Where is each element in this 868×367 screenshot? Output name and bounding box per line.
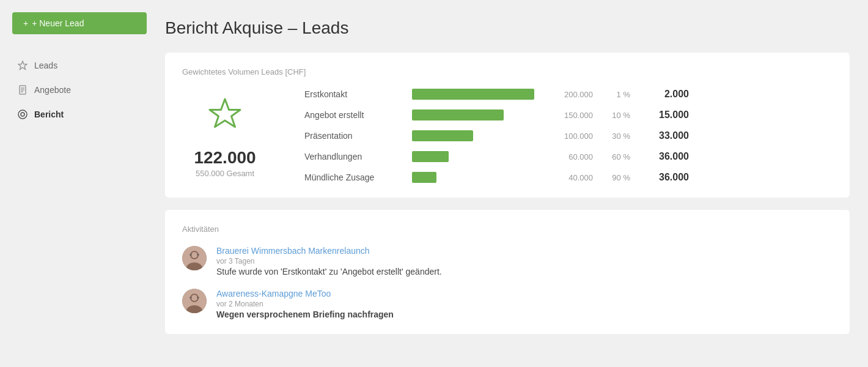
- svg-point-11: [191, 252, 197, 258]
- volume-center: 122.000 550.000 Gesamt: [182, 94, 268, 178]
- sidebar-item-label-bericht: Bericht: [34, 109, 64, 119]
- sidebar-item-angebote[interactable]: Angebote: [5, 78, 154, 102]
- row-weighted-1: 15.000: [640, 109, 689, 120]
- volume-main-value: 122.000: [194, 148, 256, 168]
- volume-card-title: Gewichtetes Volumen Leads [CHF]: [182, 67, 833, 76]
- row-label-4: Mündliche Zusage: [304, 172, 402, 182]
- row-percent-1: 10 %: [603, 111, 630, 120]
- activity-text-0: Stufe wurde von 'Erstkontakt' zu 'Angebo…: [216, 267, 833, 276]
- volume-table: Erstkontakt 200.000 1 % 2.000 Angebot er…: [304, 89, 833, 183]
- bar-container-2: [412, 130, 534, 141]
- row-label-0: Erstkontakt: [304, 89, 402, 99]
- activity-body-1: Awareness-Kamapgne MeToo vor 2 Monaten W…: [216, 289, 833, 319]
- avatar-img-1: [182, 289, 207, 313]
- svg-rect-18: [189, 297, 192, 298]
- leads-icon: [17, 60, 28, 71]
- row-weighted-4: 36.000: [640, 172, 689, 183]
- new-lead-button[interactable]: + + Neuer Lead: [12, 12, 147, 34]
- row-percent-2: 30 %: [603, 132, 630, 141]
- row-label-3: Verhandlungen: [304, 152, 402, 161]
- sidebar-item-bericht[interactable]: Bericht: [5, 103, 154, 126]
- row-amount-1: 150.000: [544, 111, 593, 120]
- svg-rect-19: [197, 297, 199, 298]
- volume-total: 550.000 Gesamt: [196, 169, 254, 178]
- activity-time-0: vor 3 Tagen: [216, 257, 833, 265]
- bar-fill-0: [412, 89, 534, 100]
- activities-card: Aktivitäten Brauerei Wimmersbach Markenr…: [165, 210, 850, 334]
- row-percent-3: 60 %: [603, 152, 630, 161]
- activity-link-0[interactable]: Brauerei Wimmersbach Markenrelaunch: [216, 246, 833, 256]
- main-content: Bericht Akquise – Leads Gewichtetes Volu…: [159, 0, 868, 367]
- row-amount-2: 100.000: [544, 132, 593, 141]
- angebote-icon: [17, 84, 28, 95]
- page-title: Bericht Akquise – Leads: [165, 18, 850, 38]
- bar-container-1: [412, 109, 534, 120]
- new-lead-label: + Neuer Lead: [32, 18, 84, 28]
- svg-point-5: [18, 110, 27, 119]
- svg-point-6: [21, 113, 24, 116]
- svg-point-17: [191, 295, 197, 301]
- bar-fill-3: [412, 151, 449, 162]
- star-icon: [204, 94, 246, 143]
- row-percent-0: 1 %: [603, 90, 630, 99]
- row-weighted-2: 33.000: [640, 130, 689, 141]
- volume-row-4: Mündliche Zusage 40.000 90 % 36.000: [304, 172, 833, 183]
- row-percent-4: 90 %: [603, 173, 630, 182]
- svg-marker-0: [18, 61, 27, 70]
- row-label-2: Präsentation: [304, 131, 402, 141]
- plus-icon: +: [23, 18, 28, 28]
- sidebar-item-label-angebote: Angebote: [34, 85, 71, 95]
- avatar-1: [182, 289, 207, 313]
- row-label-1: Angebot erstellt: [304, 110, 402, 120]
- volume-row-1: Angebot erstellt 150.000 10 % 15.000: [304, 109, 833, 120]
- activity-text-1: Wegen versprochenem Briefing nachfragen: [216, 310, 833, 319]
- sidebar-item-label-leads: Leads: [34, 61, 57, 70]
- avatar-0: [182, 246, 207, 270]
- bar-fill-1: [412, 109, 504, 120]
- row-weighted-0: 2.000: [640, 89, 689, 100]
- sidebar: + + Neuer Lead LeadsAngeboteBericht: [0, 0, 159, 367]
- activities-list: Brauerei Wimmersbach Markenrelaunch vor …: [182, 246, 833, 319]
- activity-time-1: vor 2 Monaten: [216, 300, 833, 308]
- avatar-img-0: [182, 246, 207, 270]
- bar-container-3: [412, 151, 534, 162]
- row-amount-4: 40.000: [544, 173, 593, 182]
- activity-body-0: Brauerei Wimmersbach Markenrelaunch vor …: [216, 246, 833, 276]
- bericht-icon: [17, 109, 28, 120]
- bar-fill-2: [412, 130, 473, 141]
- volume-row-3: Verhandlungen 60.000 60 % 36.000: [304, 151, 833, 162]
- svg-rect-13: [197, 254, 199, 256]
- bar-container-0: [412, 89, 534, 100]
- sidebar-item-leads[interactable]: Leads: [5, 54, 154, 77]
- activity-item-1: Awareness-Kamapgne MeToo vor 2 Monaten W…: [182, 289, 833, 319]
- activity-link-1[interactable]: Awareness-Kamapgne MeToo: [216, 289, 833, 298]
- svg-rect-12: [189, 254, 192, 256]
- volume-card: Gewichtetes Volumen Leads [CHF] 122.000 …: [165, 53, 850, 198]
- bar-container-4: [412, 172, 534, 183]
- activity-item-0: Brauerei Wimmersbach Markenrelaunch vor …: [182, 246, 833, 276]
- row-weighted-3: 36.000: [640, 151, 689, 162]
- row-amount-0: 200.000: [544, 90, 593, 99]
- volume-row-2: Präsentation 100.000 30 % 33.000: [304, 130, 833, 141]
- row-amount-3: 60.000: [544, 152, 593, 161]
- activities-title: Aktivitäten: [182, 224, 833, 234]
- bar-fill-4: [412, 172, 436, 183]
- volume-row-0: Erstkontakt 200.000 1 % 2.000: [304, 89, 833, 100]
